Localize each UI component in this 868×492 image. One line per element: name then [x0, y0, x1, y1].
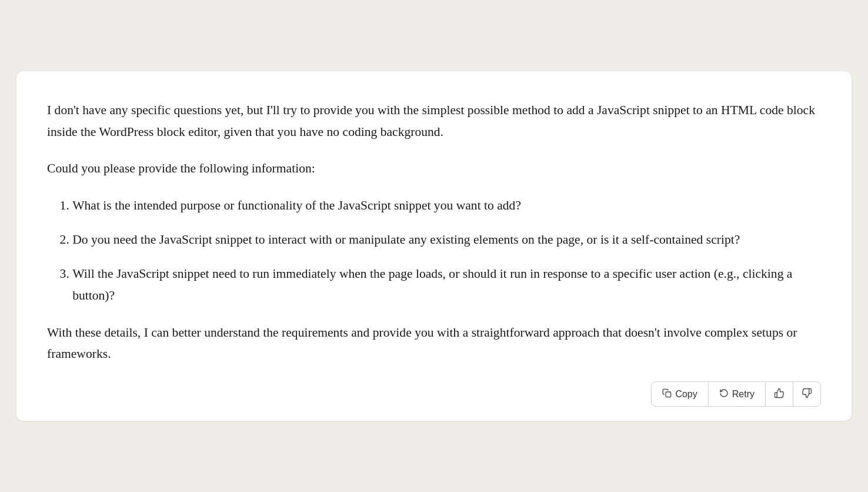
question-list: What is the intended purpose or function…	[72, 195, 821, 307]
list-item: Will the JavaScript snippet need to run …	[72, 263, 821, 306]
copy-label: Copy	[675, 389, 697, 400]
thumbs-down-button[interactable]	[793, 382, 820, 406]
list-item: Do you need the JavaScript snippet to in…	[72, 229, 821, 251]
action-buttons-group: Copy Retry	[651, 381, 821, 407]
paragraph-3: With these details, I can better underst…	[47, 322, 821, 365]
retry-icon	[719, 388, 729, 400]
message-body: I don't have any specific questions yet,…	[47, 99, 821, 365]
copy-button[interactable]: Copy	[652, 383, 708, 406]
retry-button[interactable]: Retry	[709, 383, 766, 406]
list-item: What is the intended purpose or function…	[72, 195, 821, 217]
retry-label: Retry	[732, 389, 755, 400]
copy-icon	[662, 388, 672, 400]
chat-response-container: I don't have any specific questions yet,…	[16, 71, 852, 421]
thumbs-up-icon	[774, 388, 784, 400]
paragraph-1: I don't have any specific questions yet,…	[47, 99, 821, 142]
thumbs-down-icon	[802, 388, 812, 400]
paragraph-2: Could you please provide the following i…	[47, 158, 821, 179]
action-bar: Copy Retry	[47, 381, 821, 407]
thumbs-up-button[interactable]	[766, 382, 793, 406]
svg-rect-0	[666, 392, 671, 397]
